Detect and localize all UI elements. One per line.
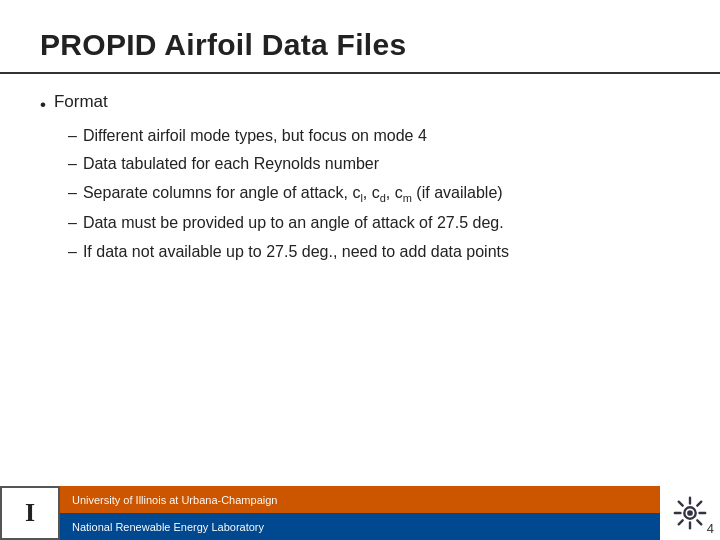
svg-point-9: [687, 510, 693, 516]
dash-1: –: [68, 124, 77, 149]
content-area: • Format – Different airfoil mode types,…: [0, 74, 720, 540]
dash-4: –: [68, 211, 77, 236]
sub-bullet-5: – If data not available up to 27.5 deg.,…: [68, 240, 680, 265]
sub-bullet-text-5: If data not available up to 27.5 deg., n…: [83, 240, 509, 265]
sub-bullet-3: – Separate columns for angle of attack, …: [68, 181, 680, 207]
sub-bullet-1: – Different airfoil mode types, but focu…: [68, 124, 680, 149]
dash-3: –: [68, 181, 77, 206]
sub-bullet-text-1: Different airfoil mode types, but focus …: [83, 124, 427, 149]
footer: I University of Illinois at Urbana-Champ…: [0, 486, 720, 540]
bullet-dot: •: [40, 92, 46, 118]
footer-uiuc-text: University of Illinois at Urbana-Champai…: [72, 494, 277, 506]
main-bullet-text: Format: [54, 92, 108, 112]
footer-nrel-text: National Renewable Energy Laboratory: [72, 521, 264, 533]
footer-logo-letter: I: [25, 498, 35, 528]
sub-bullet-4: – Data must be provided up to an angle o…: [68, 211, 680, 236]
sub-bullet-text-2: Data tabulated for each Reynolds number: [83, 152, 379, 177]
sub-bullets-list: – Different airfoil mode types, but focu…: [68, 124, 680, 265]
svg-line-7: [697, 502, 701, 506]
title-area: PROPID Airfoil Data Files: [0, 0, 720, 74]
svg-line-8: [679, 520, 683, 524]
svg-line-6: [697, 520, 701, 524]
svg-line-5: [679, 502, 683, 506]
sub-bullet-text-4: Data must be provided up to an angle of …: [83, 211, 504, 236]
slide-title: PROPID Airfoil Data Files: [40, 28, 680, 62]
sub-bullet-2: – Data tabulated for each Reynolds numbe…: [68, 152, 680, 177]
dash-5: –: [68, 240, 77, 265]
slide: PROPID Airfoil Data Files • Format – Dif…: [0, 0, 720, 540]
main-bullet: • Format: [40, 92, 680, 118]
footer-nrel-bar: National Renewable Energy Laboratory: [60, 513, 660, 540]
footer-left-logo: I: [0, 486, 60, 540]
gear-icon: [671, 494, 709, 532]
dash-2: –: [68, 152, 77, 177]
footer-uiuc-bar: University of Illinois at Urbana-Champai…: [60, 486, 660, 513]
footer-center: University of Illinois at Urbana-Champai…: [60, 486, 660, 540]
sub-bullet-text-3: Separate columns for angle of attack, cl…: [83, 181, 503, 207]
page-number: 4: [707, 521, 714, 536]
